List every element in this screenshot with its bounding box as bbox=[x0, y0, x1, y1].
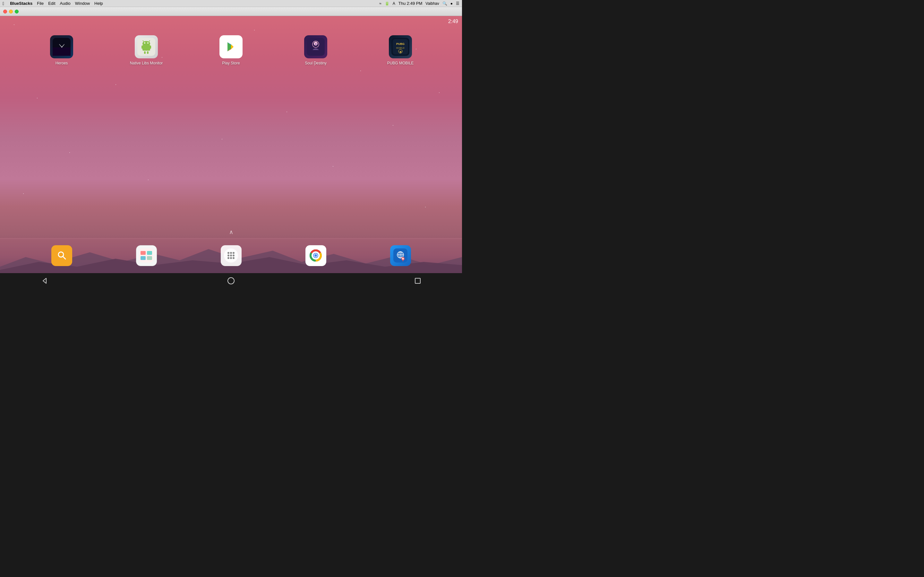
android-navbar bbox=[0, 273, 462, 288]
android-time-display: 2:49 bbox=[448, 19, 458, 24]
svg-point-39 bbox=[228, 252, 229, 254]
app-icon-native-libs[interactable]: Native Libs Monitor bbox=[132, 35, 161, 65]
svg-point-41 bbox=[233, 252, 234, 254]
app-name-menu[interactable]: BlueStacks bbox=[10, 1, 32, 6]
app-label-pubg: PUBG MOBILE bbox=[387, 61, 414, 65]
app-icon-soul-destiny[interactable]: ★ Soul Destiny bbox=[301, 35, 330, 65]
svg-point-46 bbox=[230, 257, 232, 259]
svg-rect-33 bbox=[139, 248, 153, 263]
keyboard-indicator: A bbox=[393, 1, 395, 6]
window-maximize-button[interactable] bbox=[15, 10, 19, 13]
window-close-button[interactable] bbox=[3, 10, 7, 13]
pubg-icon: PUBG MOBILE ◉ bbox=[389, 35, 412, 58]
svg-rect-20 bbox=[307, 38, 325, 56]
svg-rect-6 bbox=[142, 45, 150, 51]
play-store-icon bbox=[220, 35, 242, 58]
apple-logo-icon[interactable]:  bbox=[3, 1, 4, 6]
dock-icon-bluestacks-multi[interactable] bbox=[135, 245, 158, 266]
user-avatar-icon[interactable]: ● bbox=[451, 1, 453, 6]
svg-point-59 bbox=[402, 258, 404, 259]
search-icon[interactable]: 🔍 bbox=[443, 1, 447, 6]
dock-icon-chrome[interactable] bbox=[304, 245, 327, 266]
desktop-apps-area: ⚔ Heroes bbox=[0, 35, 462, 65]
list-icon[interactable]: ☰ bbox=[456, 1, 459, 6]
dock-icon-app-drawer[interactable] bbox=[220, 245, 242, 266]
svg-point-44 bbox=[233, 255, 234, 256]
app-icon-pubg[interactable]: PUBG MOBILE ◉ PUBG MOBILE bbox=[386, 35, 415, 65]
nav-home-button[interactable] bbox=[225, 275, 237, 287]
menu-window[interactable]: Window bbox=[75, 1, 90, 6]
svg-rect-12 bbox=[150, 45, 151, 49]
app-drawer-icon-img bbox=[221, 245, 242, 266]
heroes-icon: ⚔ bbox=[50, 35, 73, 58]
app-label-native-libs: Native Libs Monitor bbox=[130, 61, 163, 65]
menu-audio[interactable]: Audio bbox=[60, 1, 71, 6]
battery-icon: 🔋 bbox=[384, 1, 389, 6]
swipe-up-indicator[interactable]: ∧ bbox=[229, 229, 233, 235]
svg-rect-14 bbox=[147, 51, 149, 54]
dock-icon-globe-browser[interactable] bbox=[389, 245, 412, 266]
time-display: Thu 2:49 PM bbox=[399, 1, 422, 6]
svg-point-7 bbox=[144, 42, 145, 44]
svg-rect-30 bbox=[55, 248, 69, 263]
svg-point-43 bbox=[230, 255, 232, 256]
wifi-icon: ≈ bbox=[379, 1, 381, 6]
app-icon-play-store[interactable]: Play Store bbox=[216, 35, 246, 65]
svg-point-47 bbox=[233, 257, 234, 259]
dock-icon-search-app[interactable] bbox=[50, 245, 73, 266]
svg-rect-11 bbox=[142, 45, 143, 49]
nav-back-button[interactable] bbox=[39, 275, 50, 287]
svg-point-52 bbox=[314, 254, 317, 257]
svg-point-8 bbox=[147, 42, 149, 44]
bluestacks-multi-icon-img bbox=[136, 245, 157, 266]
svg-rect-34 bbox=[141, 251, 145, 255]
menu-file[interactable]: File bbox=[37, 1, 44, 6]
app-label-heroes: Heroes bbox=[55, 61, 68, 65]
svg-point-40 bbox=[230, 252, 232, 254]
bluestacks-window: 2:49 ⚔ Heroes bbox=[0, 7, 462, 288]
chrome-icon-img bbox=[305, 245, 326, 266]
app-label-play-store: Play Store bbox=[222, 61, 240, 65]
android-screen: 2:49 ⚔ Heroes bbox=[0, 16, 462, 288]
mac-menubar:  BlueStacks File Edit Audio Window Help… bbox=[0, 0, 462, 7]
svg-point-45 bbox=[228, 257, 229, 259]
svg-rect-36 bbox=[141, 256, 145, 260]
window-titlebar bbox=[0, 7, 462, 16]
soul-destiny-icon: ★ bbox=[304, 35, 327, 58]
menu-edit[interactable]: Edit bbox=[48, 1, 55, 6]
svg-text:★: ★ bbox=[315, 43, 317, 45]
menu-help[interactable]: Help bbox=[94, 1, 103, 6]
dock-area bbox=[0, 238, 462, 273]
svg-rect-35 bbox=[147, 251, 152, 255]
search-app-icon-img bbox=[51, 245, 72, 266]
globe-icon-img bbox=[390, 245, 411, 266]
svg-rect-37 bbox=[147, 256, 152, 260]
user-name: Vaibhav bbox=[425, 1, 439, 6]
svg-text:PUBG: PUBG bbox=[396, 42, 405, 45]
menubar-right: ≈ 🔋 A Thu 2:49 PM Vaibhav 🔍 ● ☰ bbox=[379, 1, 459, 6]
app-label-soul-destiny: Soul Destiny bbox=[305, 61, 326, 65]
svg-marker-61 bbox=[43, 278, 46, 284]
nav-recent-button[interactable] bbox=[412, 275, 423, 287]
menubar-left:  BlueStacks File Edit Audio Window Help bbox=[3, 1, 103, 6]
svg-text:MOBILE: MOBILE bbox=[396, 47, 405, 49]
app-icon-heroes[interactable]: ⚔ Heroes bbox=[47, 35, 76, 65]
native-libs-icon bbox=[135, 35, 158, 58]
window-minimize-button[interactable] bbox=[9, 10, 13, 13]
svg-text:◉: ◉ bbox=[399, 50, 402, 53]
window-controls bbox=[3, 10, 19, 13]
svg-rect-13 bbox=[144, 51, 145, 54]
svg-rect-3 bbox=[53, 47, 71, 56]
svg-point-42 bbox=[228, 255, 229, 256]
